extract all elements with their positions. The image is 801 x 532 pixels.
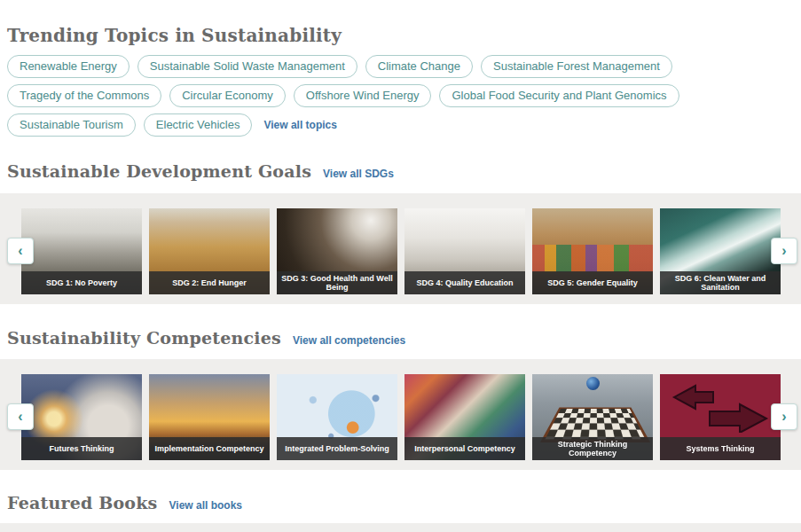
books-carousel: METHODS OF ENVIRONMENTAL AND SOCIAL IMPA… — [0, 523, 801, 532]
competency-card-caption: Integrated Problem-Solving — [277, 437, 397, 460]
topic-pill-sustainable-forest-management[interactable]: Sustainable Forest Management — [481, 55, 672, 78]
competency-card-caption: Systems Thinking — [660, 437, 781, 460]
double-arrows-icon — [667, 381, 774, 433]
competency-card-caption: Futures Thinking — [21, 437, 142, 460]
topic-pill-list: Renewable Energy Sustainable Solid Waste… — [7, 55, 772, 137]
sdg-next-arrow-icon[interactable]: › — [771, 238, 797, 264]
books-section-header: Featured Books View all books — [7, 493, 801, 512]
competency-card-caption: Strategic Thinking Competency — [532, 437, 653, 460]
sdg-card-caption: SDG 3: Good Health and Well Being — [277, 271, 397, 294]
competency-card-futures-thinking[interactable]: Futures Thinking — [21, 374, 142, 460]
topic-pill-climate-change[interactable]: Climate Change — [365, 55, 473, 78]
sdg-section-header: Sustainable Development Goals View all S… — [7, 161, 801, 181]
topic-pill-tragedy-of-the-commons[interactable]: Tragedy of the Commons — [7, 84, 161, 107]
competency-card-caption: Interpersonal Competency — [404, 437, 525, 460]
topic-pill-global-food-security[interactable]: Global Food Security and Plant Genomics — [439, 84, 679, 107]
sdg-card-6[interactable]: SDG 6: Clean Water and Sanitation — [660, 208, 781, 294]
sdg-card-3[interactable]: SDG 3: Good Health and Well Being — [277, 208, 397, 294]
sdg-card-caption: SDG 1: No Poverty — [21, 271, 142, 294]
topic-pill-electric-vehicles[interactable]: Electric Vehicles — [144, 113, 253, 137]
sdg-card-4[interactable]: SDG 4: Quality Education — [404, 208, 525, 294]
books-title: Featured Books — [7, 493, 158, 512]
sdg-card-2[interactable]: SDG 2: End Hunger — [149, 208, 270, 294]
sdg-carousel: SDG 1: No Poverty SDG 2: End Hunger SDG … — [0, 193, 801, 304]
topic-pill-offshore-wind-energy[interactable]: Offshore Wind Energy — [294, 84, 432, 107]
competency-card-integrated-problem-solving[interactable]: Integrated Problem-Solving — [277, 374, 397, 460]
view-all-books-link[interactable]: View all books — [169, 499, 242, 512]
sdg-prev-arrow-icon[interactable]: ‹ — [7, 238, 34, 264]
topic-pill-sustainable-tourism[interactable]: Sustainable Tourism — [7, 113, 136, 137]
trending-topics-title: Trending Topics in Sustainability — [7, 25, 801, 46]
competency-card-interpersonal[interactable]: Interpersonal Competency — [404, 374, 525, 460]
competencies-title: Sustainability Competencies — [7, 328, 281, 348]
topic-pill-sustainable-solid-waste-management[interactable]: Sustainable Solid Waste Management — [137, 55, 357, 78]
view-all-competencies-link[interactable]: View all competencies — [293, 334, 405, 347]
sdg-card-list: SDG 1: No Poverty SDG 2: End Hunger SDG … — [21, 208, 801, 294]
view-all-topics-link[interactable]: View all topics — [263, 119, 336, 131]
competency-card-list: Futures Thinking Implementation Competen… — [21, 374, 801, 460]
sdg-card-1[interactable]: SDG 1: No Poverty — [21, 208, 142, 294]
topic-pill-renewable-energy[interactable]: Renewable Energy — [7, 55, 130, 78]
topic-pill-circular-economy[interactable]: Circular Economy — [169, 84, 286, 107]
sdg-card-caption: SDG 5: Gender Equality — [532, 271, 653, 294]
sdg-title: Sustainable Development Goals — [7, 161, 311, 181]
competency-card-implementation[interactable]: Implementation Competency — [149, 374, 270, 460]
view-all-sdgs-link[interactable]: View all SDGs — [323, 168, 394, 180]
sdg-card-caption: SDG 6: Clean Water and Sanitation — [660, 271, 781, 294]
sdg-card-caption: SDG 2: End Hunger — [149, 271, 270, 294]
colorful-crowd-strip — [532, 245, 653, 272]
competency-card-systems-thinking[interactable]: Systems Thinking — [660, 374, 781, 460]
sdg-card-5[interactable]: SDG 5: Gender Equality — [532, 208, 653, 294]
sustainability-home-page: Trending Topics in Sustainability Renewa… — [0, 0, 801, 532]
competencies-section-header: Sustainability Competencies View all com… — [7, 328, 801, 348]
competencies-next-arrow-icon[interactable]: › — [771, 403, 797, 430]
competency-card-caption: Implementation Competency — [149, 437, 270, 460]
competency-card-strategic-thinking[interactable]: Strategic Thinking Competency — [532, 374, 653, 460]
competencies-prev-arrow-icon[interactable]: ‹ — [7, 403, 34, 430]
competencies-carousel: Futures Thinking Implementation Competen… — [0, 359, 801, 470]
sdg-card-caption: SDG 4: Quality Education — [404, 271, 525, 294]
trending-topics-section: Trending Topics in Sustainability Renewa… — [7, 25, 801, 137]
globe-icon — [586, 377, 600, 390]
